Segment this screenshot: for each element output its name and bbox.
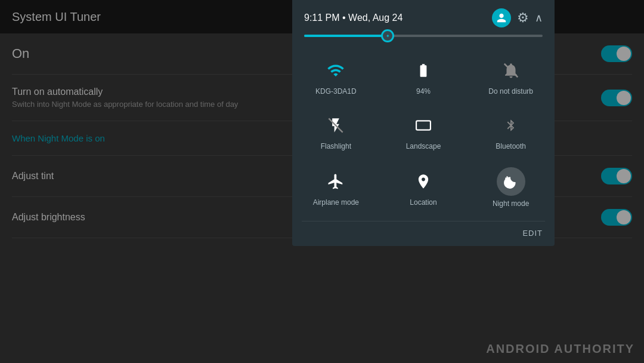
- tile-landscape[interactable]: Landscape: [380, 104, 467, 159]
- location-icon: [410, 168, 436, 195]
- tile-nightmode[interactable]: Night mode: [467, 159, 555, 216]
- account-icon[interactable]: [492, 8, 511, 27]
- qs-status-icons: ⚙ ∧: [492, 8, 543, 27]
- tile-dnd-label: Do not disturb: [488, 87, 533, 96]
- tile-nightmode-label: Night mode: [493, 199, 529, 208]
- wifi-icon: [323, 57, 349, 84]
- qs-time-date: 9:11 PM • Wed, Aug 24: [304, 13, 402, 23]
- dnd-icon: [498, 57, 524, 84]
- tile-location[interactable]: Location: [380, 159, 467, 216]
- tile-airplane[interactable]: Airplane mode: [292, 159, 380, 216]
- qs-edit-button[interactable]: EDIT: [292, 222, 555, 241]
- brightness-thumb: ✦: [381, 29, 394, 42]
- tile-location-label: Location: [410, 198, 436, 207]
- nightmode-icon: [497, 167, 525, 196]
- tile-wifi[interactable]: KDG-3DA1D: [292, 49, 380, 104]
- brightness-track: ✦: [304, 35, 543, 37]
- airplane-icon: [323, 168, 349, 195]
- tile-wifi-label: KDG-3DA1D: [315, 87, 357, 96]
- collapse-icon[interactable]: ∧: [535, 11, 543, 24]
- tile-bluetooth-label: Bluetooth: [496, 142, 526, 150]
- watermark: ANDROID AUTHORITY: [486, 342, 634, 356]
- bluetooth-icon: [498, 112, 524, 139]
- tile-bluetooth[interactable]: Bluetooth: [467, 104, 555, 159]
- qs-brightness-slider[interactable]: ✦: [292, 32, 555, 44]
- tile-battery[interactable]: 94%: [380, 49, 467, 104]
- svg-rect-2: [416, 121, 431, 130]
- tile-landscape-label: Landscape: [406, 142, 441, 150]
- tile-airplane-label: Airplane mode: [313, 198, 359, 207]
- tile-flashlight-label: Flashlight: [321, 142, 351, 150]
- landscape-icon: [410, 112, 436, 139]
- tile-dnd[interactable]: Do not disturb: [467, 49, 555, 104]
- brightness-fill: [304, 35, 388, 37]
- tile-battery-label: 94%: [416, 87, 431, 96]
- qs-tiles-grid: KDG-3DA1D 94% Do not disturb Flashlight: [292, 44, 555, 221]
- settings-icon[interactable]: ⚙: [517, 10, 529, 26]
- qs-statusbar: 9:11 PM • Wed, Aug 24 ⚙ ∧: [292, 0, 555, 32]
- battery-icon: [410, 57, 436, 84]
- flashlight-icon: [323, 112, 349, 139]
- tile-flashlight[interactable]: Flashlight: [292, 104, 380, 159]
- qs-panel: 9:11 PM • Wed, Aug 24 ⚙ ∧ ✦ KDG-3DA1D: [292, 0, 555, 246]
